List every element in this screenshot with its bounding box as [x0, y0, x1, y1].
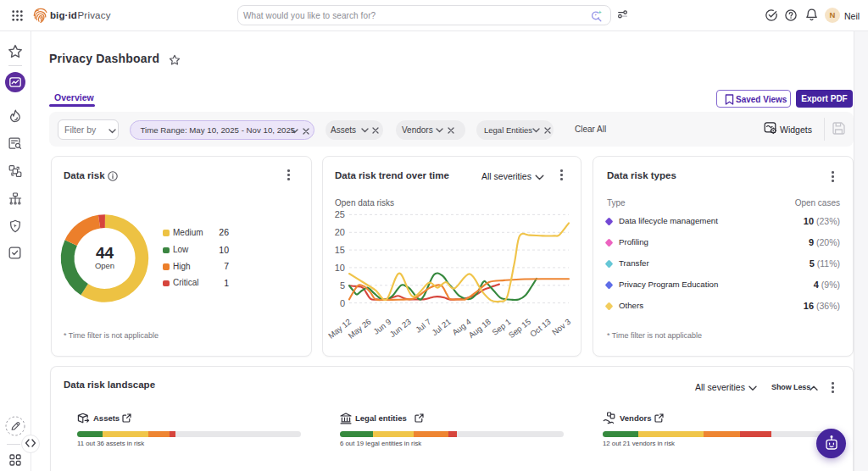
svg-text:10: 10	[335, 263, 345, 273]
svg-text:Sep 15: Sep 15	[507, 317, 533, 340]
svg-text:Nov 3: Nov 3	[550, 317, 572, 337]
svg-text:15: 15	[335, 245, 345, 255]
svg-text:25: 25	[335, 209, 345, 219]
svg-text:May 26: May 26	[346, 317, 372, 341]
svg-text:5: 5	[340, 280, 345, 291]
svg-text:Jun 23: Jun 23	[388, 317, 413, 339]
svg-text:20: 20	[335, 227, 345, 237]
svg-text:Oct 13: Oct 13	[528, 317, 553, 339]
svg-text:Jul 7: Jul 7	[414, 317, 433, 335]
svg-text:Aug 18: Aug 18	[467, 317, 493, 340]
svg-text:Jul 21: Jul 21	[430, 317, 453, 337]
svg-text:0: 0	[340, 298, 345, 308]
